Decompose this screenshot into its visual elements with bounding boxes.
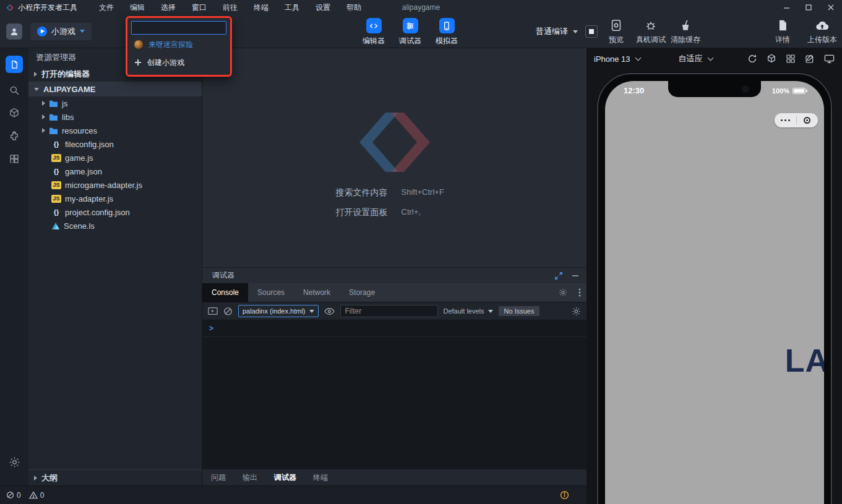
preview-label: 预览 [609, 35, 624, 45]
project-search-input[interactable] [131, 21, 226, 35]
recent-project-item[interactable]: 来呀迷宫探险 [131, 36, 226, 53]
capsule-more-button[interactable] [775, 119, 796, 121]
panel-tabs: 问题 输出 调试器 终端 [202, 469, 586, 485]
grid-icon[interactable] [786, 54, 796, 64]
minimize-button[interactable] [775, 0, 797, 15]
tab-terminal[interactable]: 终端 [313, 472, 328, 483]
eye-icon[interactable] [324, 307, 335, 315]
issues-badge[interactable]: No Issues [499, 306, 540, 316]
simulator-screen[interactable]: 12:30 100% LA [605, 81, 824, 504]
minimize-panel-icon[interactable] [572, 272, 579, 280]
tab-debugger[interactable]: 调试器 [274, 472, 296, 483]
tree-item-file[interactable]: {} fileconfig.json [28, 137, 202, 151]
warnings-status[interactable]: 0 [29, 491, 45, 500]
kebab-icon [578, 288, 581, 297]
devtools-more-button[interactable] [573, 283, 586, 302]
menu-edit[interactable]: 编辑 [122, 0, 153, 15]
tree-item-folder[interactable]: js [28, 96, 202, 110]
menu-tools[interactable]: 工具 [277, 0, 307, 15]
chevron-down-icon [80, 30, 85, 33]
files-icon [10, 60, 19, 69]
project-root-section[interactable]: ALIPAYGAME [28, 82, 202, 96]
project-switcher-label: 小游戏 [51, 26, 75, 37]
cube-icon[interactable] [767, 54, 776, 64]
info-status-button[interactable] [560, 490, 569, 500]
tab-sources[interactable]: Sources [248, 283, 294, 302]
compose-icon[interactable] [805, 54, 815, 64]
tree-item-file[interactable]: JS microgame-adapter.js [28, 178, 202, 192]
refresh-icon[interactable] [747, 54, 757, 64]
scale-mode-select[interactable]: 自适应 [679, 53, 713, 64]
console-output[interactable]: > [202, 320, 586, 469]
tree-item-file[interactable]: Scene.ls [28, 219, 202, 233]
tree-item-file[interactable]: JS my-adapter.js [28, 192, 202, 205]
app-title: 小程序开发者工具 [18, 2, 77, 13]
code-icon [366, 18, 382, 33]
user-avatar[interactable] [6, 23, 22, 40]
json-file-icon: {} [51, 168, 61, 175]
preview-button[interactable]: 预览 [601, 18, 631, 45]
tree-item-folder[interactable]: libs [28, 110, 202, 124]
tab-problems[interactable]: 问题 [211, 472, 226, 483]
project-switcher[interactable]: 小游戏 [30, 23, 92, 40]
details-button[interactable]: 详情 [768, 18, 797, 45]
stop-button[interactable] [585, 25, 598, 38]
menu-window[interactable]: 窗口 [184, 0, 215, 15]
maximize-icon [805, 4, 812, 11]
simulator-button[interactable]: 模拟器 [434, 18, 459, 46]
menu-help[interactable]: 帮助 [338, 0, 369, 15]
device-select[interactable]: iPhone 13 [594, 54, 640, 64]
warnings-count: 0 [40, 491, 45, 500]
menu-file[interactable]: 文件 [91, 0, 122, 15]
simulator-header: iPhone 13 自适应 [586, 48, 842, 69]
editor-button-label: 编辑器 [363, 36, 385, 46]
activity-package-button[interactable] [9, 108, 20, 119]
debugger-button[interactable]: 调试器 [398, 18, 423, 46]
tree-item-file[interactable]: {} project.config.json [28, 205, 202, 219]
upload-version-button[interactable]: 上传版本 [807, 18, 837, 45]
debugger-button-label: 调试器 [399, 36, 421, 46]
context-select[interactable]: paladinx (index.html) [238, 305, 319, 317]
chevron-right-icon [42, 114, 45, 119]
tab-network[interactable]: Network [294, 283, 340, 302]
menu-terminal[interactable]: 终端 [246, 0, 277, 15]
menu-go[interactable]: 前往 [215, 0, 246, 15]
tree-item-folder[interactable]: resources [28, 124, 202, 137]
puzzle-icon [9, 130, 20, 142]
activity-blocks-button[interactable] [9, 153, 20, 164]
activity-settings-button[interactable] [9, 456, 20, 468]
console-prompt[interactable]: > [202, 320, 586, 337]
capsule-close-button[interactable] [797, 117, 818, 124]
tree-item-file[interactable]: JS game.js [28, 151, 202, 164]
recent-project-label: 来呀迷宫探险 [148, 40, 193, 50]
console-sidebar-icon[interactable] [208, 307, 218, 315]
open-editors-label: 打开的编辑器 [41, 69, 90, 80]
chevron-down-icon [635, 54, 641, 61]
activity-plugins-button[interactable] [9, 130, 20, 142]
menu-settings[interactable]: 设置 [307, 0, 338, 15]
editor-button[interactable]: 编辑器 [361, 18, 386, 46]
outline-section[interactable]: 大纲 [28, 469, 202, 485]
log-levels-select[interactable]: Default levels [444, 307, 493, 315]
close-button[interactable] [820, 0, 842, 15]
tab-storage[interactable]: Storage [340, 283, 384, 302]
activity-explorer-button[interactable] [6, 56, 23, 73]
tab-console[interactable]: Console [202, 283, 248, 302]
tab-output[interactable]: 输出 [243, 472, 257, 483]
maximize-button[interactable] [797, 0, 820, 15]
explorer-sidebar: 资源管理器 打开的编辑器 ALIPAYGAME js [28, 48, 202, 485]
create-mini-game-item[interactable]: 创建小游戏 [131, 54, 226, 70]
console-settings-button[interactable] [572, 307, 581, 316]
devtools-settings-button[interactable] [553, 283, 573, 302]
monitor-icon[interactable] [824, 54, 835, 64]
clear-cache-button[interactable]: 清除缓存 [671, 18, 700, 45]
errors-status[interactable]: 0 [6, 491, 21, 500]
remote-debug-button[interactable]: 真机调试 [636, 18, 666, 45]
menu-select[interactable]: 选择 [153, 0, 184, 15]
activity-search-button[interactable] [9, 85, 20, 96]
clear-console-icon[interactable] [223, 307, 233, 316]
console-filter-input[interactable] [340, 305, 438, 317]
compile-mode-select[interactable]: 普通编译 [536, 26, 578, 37]
expand-panel-icon[interactable] [554, 271, 563, 280]
tree-item-file[interactable]: {} game.json [28, 164, 202, 178]
